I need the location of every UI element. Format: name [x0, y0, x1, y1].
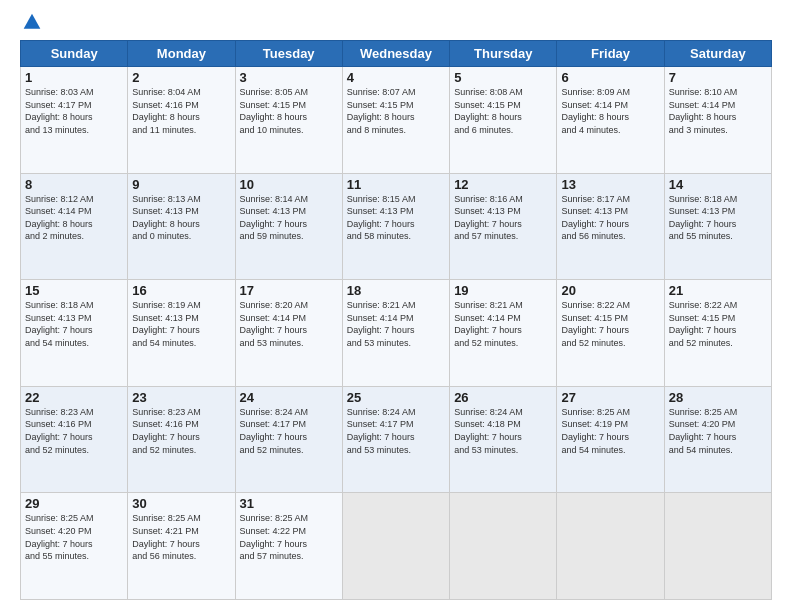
calendar-cell: 29Sunrise: 8:25 AMSunset: 4:20 PMDayligh…: [21, 493, 128, 600]
day-number: 14: [669, 177, 767, 192]
day-number: 9: [132, 177, 230, 192]
cell-info: Sunrise: 8:17 AMSunset: 4:13 PMDaylight:…: [561, 193, 659, 243]
calendar-cell: 2Sunrise: 8:04 AMSunset: 4:16 PMDaylight…: [128, 67, 235, 174]
cell-info: Sunrise: 8:18 AMSunset: 4:13 PMDaylight:…: [25, 299, 123, 349]
cell-info: Sunrise: 8:22 AMSunset: 4:15 PMDaylight:…: [669, 299, 767, 349]
day-number: 20: [561, 283, 659, 298]
cell-info: Sunrise: 8:15 AMSunset: 4:13 PMDaylight:…: [347, 193, 445, 243]
cell-info: Sunrise: 8:20 AMSunset: 4:14 PMDaylight:…: [240, 299, 338, 349]
svg-marker-0: [24, 14, 41, 29]
week-row-1: 1Sunrise: 8:03 AMSunset: 4:17 PMDaylight…: [21, 67, 772, 174]
day-number: 23: [132, 390, 230, 405]
logo-icon: [22, 12, 42, 32]
day-number: 17: [240, 283, 338, 298]
day-number: 24: [240, 390, 338, 405]
calendar-cell: 10Sunrise: 8:14 AMSunset: 4:13 PMDayligh…: [235, 173, 342, 280]
calendar-cell: 27Sunrise: 8:25 AMSunset: 4:19 PMDayligh…: [557, 386, 664, 493]
cell-info: Sunrise: 8:18 AMSunset: 4:13 PMDaylight:…: [669, 193, 767, 243]
cell-info: Sunrise: 8:10 AMSunset: 4:14 PMDaylight:…: [669, 86, 767, 136]
cell-info: Sunrise: 8:25 AMSunset: 4:19 PMDaylight:…: [561, 406, 659, 456]
day-number: 7: [669, 70, 767, 85]
weekday-header-row: SundayMondayTuesdayWednesdayThursdayFrid…: [21, 41, 772, 67]
calendar-cell: 30Sunrise: 8:25 AMSunset: 4:21 PMDayligh…: [128, 493, 235, 600]
calendar-cell: 12Sunrise: 8:16 AMSunset: 4:13 PMDayligh…: [450, 173, 557, 280]
calendar-cell: 16Sunrise: 8:19 AMSunset: 4:13 PMDayligh…: [128, 280, 235, 387]
cell-info: Sunrise: 8:25 AMSunset: 4:20 PMDaylight:…: [25, 512, 123, 562]
calendar-cell: 20Sunrise: 8:22 AMSunset: 4:15 PMDayligh…: [557, 280, 664, 387]
cell-info: Sunrise: 8:09 AMSunset: 4:14 PMDaylight:…: [561, 86, 659, 136]
day-number: 31: [240, 496, 338, 511]
weekday-header-wednesday: Wednesday: [342, 41, 449, 67]
calendar-cell: [557, 493, 664, 600]
cell-info: Sunrise: 8:22 AMSunset: 4:15 PMDaylight:…: [561, 299, 659, 349]
cell-info: Sunrise: 8:08 AMSunset: 4:15 PMDaylight:…: [454, 86, 552, 136]
day-number: 16: [132, 283, 230, 298]
cell-info: Sunrise: 8:04 AMSunset: 4:16 PMDaylight:…: [132, 86, 230, 136]
cell-info: Sunrise: 8:24 AMSunset: 4:17 PMDaylight:…: [347, 406, 445, 456]
week-row-2: 8Sunrise: 8:12 AMSunset: 4:14 PMDaylight…: [21, 173, 772, 280]
cell-info: Sunrise: 8:21 AMSunset: 4:14 PMDaylight:…: [454, 299, 552, 349]
logo-area: [20, 16, 42, 32]
calendar: SundayMondayTuesdayWednesdayThursdayFrid…: [20, 40, 772, 600]
day-number: 22: [25, 390, 123, 405]
week-row-5: 29Sunrise: 8:25 AMSunset: 4:20 PMDayligh…: [21, 493, 772, 600]
cell-info: Sunrise: 8:23 AMSunset: 4:16 PMDaylight:…: [25, 406, 123, 456]
cell-info: Sunrise: 8:14 AMSunset: 4:13 PMDaylight:…: [240, 193, 338, 243]
cell-info: Sunrise: 8:16 AMSunset: 4:13 PMDaylight:…: [454, 193, 552, 243]
calendar-cell: 24Sunrise: 8:24 AMSunset: 4:17 PMDayligh…: [235, 386, 342, 493]
day-number: 2: [132, 70, 230, 85]
day-number: 29: [25, 496, 123, 511]
day-number: 6: [561, 70, 659, 85]
weekday-header-tuesday: Tuesday: [235, 41, 342, 67]
calendar-cell: 17Sunrise: 8:20 AMSunset: 4:14 PMDayligh…: [235, 280, 342, 387]
calendar-cell: 21Sunrise: 8:22 AMSunset: 4:15 PMDayligh…: [664, 280, 771, 387]
cell-info: Sunrise: 8:24 AMSunset: 4:18 PMDaylight:…: [454, 406, 552, 456]
calendar-cell: 25Sunrise: 8:24 AMSunset: 4:17 PMDayligh…: [342, 386, 449, 493]
calendar-cell: 6Sunrise: 8:09 AMSunset: 4:14 PMDaylight…: [557, 67, 664, 174]
weekday-header-friday: Friday: [557, 41, 664, 67]
cell-info: Sunrise: 8:13 AMSunset: 4:13 PMDaylight:…: [132, 193, 230, 243]
calendar-cell: 31Sunrise: 8:25 AMSunset: 4:22 PMDayligh…: [235, 493, 342, 600]
cell-info: Sunrise: 8:05 AMSunset: 4:15 PMDaylight:…: [240, 86, 338, 136]
calendar-cell: 3Sunrise: 8:05 AMSunset: 4:15 PMDaylight…: [235, 67, 342, 174]
day-number: 30: [132, 496, 230, 511]
calendar-cell: [664, 493, 771, 600]
week-row-3: 15Sunrise: 8:18 AMSunset: 4:13 PMDayligh…: [21, 280, 772, 387]
calendar-cell: 19Sunrise: 8:21 AMSunset: 4:14 PMDayligh…: [450, 280, 557, 387]
day-number: 19: [454, 283, 552, 298]
cell-info: Sunrise: 8:25 AMSunset: 4:20 PMDaylight:…: [669, 406, 767, 456]
day-number: 27: [561, 390, 659, 405]
cell-info: Sunrise: 8:24 AMSunset: 4:17 PMDaylight:…: [240, 406, 338, 456]
calendar-cell: 1Sunrise: 8:03 AMSunset: 4:17 PMDaylight…: [21, 67, 128, 174]
cell-info: Sunrise: 8:25 AMSunset: 4:22 PMDaylight:…: [240, 512, 338, 562]
header: [20, 16, 772, 32]
day-number: 26: [454, 390, 552, 405]
day-number: 25: [347, 390, 445, 405]
day-number: 8: [25, 177, 123, 192]
day-number: 18: [347, 283, 445, 298]
day-number: 13: [561, 177, 659, 192]
day-number: 21: [669, 283, 767, 298]
day-number: 11: [347, 177, 445, 192]
day-number: 15: [25, 283, 123, 298]
page: SundayMondayTuesdayWednesdayThursdayFrid…: [0, 0, 792, 612]
calendar-cell: 13Sunrise: 8:17 AMSunset: 4:13 PMDayligh…: [557, 173, 664, 280]
cell-info: Sunrise: 8:23 AMSunset: 4:16 PMDaylight:…: [132, 406, 230, 456]
calendar-cell: 14Sunrise: 8:18 AMSunset: 4:13 PMDayligh…: [664, 173, 771, 280]
day-number: 4: [347, 70, 445, 85]
calendar-cell: 7Sunrise: 8:10 AMSunset: 4:14 PMDaylight…: [664, 67, 771, 174]
calendar-cell: [342, 493, 449, 600]
day-number: 3: [240, 70, 338, 85]
weekday-header-monday: Monday: [128, 41, 235, 67]
calendar-cell: 8Sunrise: 8:12 AMSunset: 4:14 PMDaylight…: [21, 173, 128, 280]
calendar-cell: 23Sunrise: 8:23 AMSunset: 4:16 PMDayligh…: [128, 386, 235, 493]
day-number: 5: [454, 70, 552, 85]
calendar-cell: 28Sunrise: 8:25 AMSunset: 4:20 PMDayligh…: [664, 386, 771, 493]
weekday-header-thursday: Thursday: [450, 41, 557, 67]
cell-info: Sunrise: 8:25 AMSunset: 4:21 PMDaylight:…: [132, 512, 230, 562]
day-number: 12: [454, 177, 552, 192]
cell-info: Sunrise: 8:19 AMSunset: 4:13 PMDaylight:…: [132, 299, 230, 349]
calendar-cell: 5Sunrise: 8:08 AMSunset: 4:15 PMDaylight…: [450, 67, 557, 174]
weekday-header-saturday: Saturday: [664, 41, 771, 67]
cell-info: Sunrise: 8:21 AMSunset: 4:14 PMDaylight:…: [347, 299, 445, 349]
